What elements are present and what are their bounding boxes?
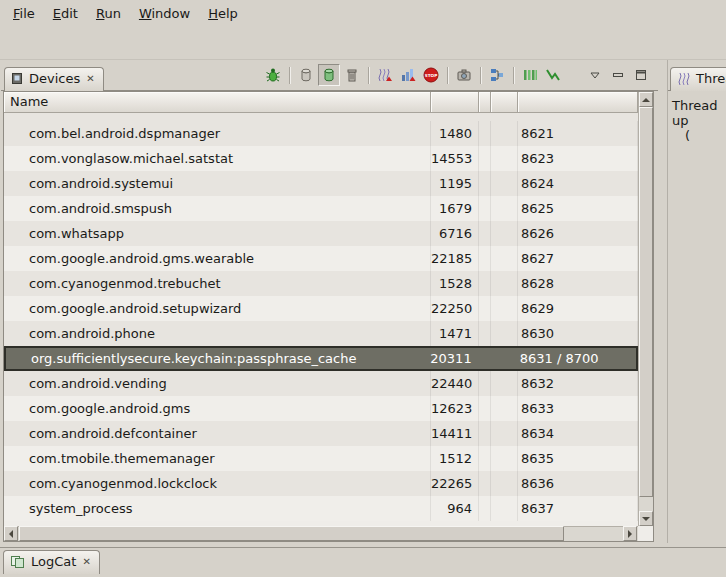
scroll-up-button[interactable] xyxy=(639,92,653,107)
table-row[interactable]: com.bel.android.dspmanager 1480 8621 xyxy=(4,121,638,146)
process-name: com.google.android.gms xyxy=(4,396,431,421)
start-method-profiling-icon[interactable] xyxy=(397,64,419,86)
close-icon[interactable]: ✕ xyxy=(81,557,91,567)
cell-spacer xyxy=(479,221,491,246)
cell-spacer xyxy=(478,348,490,369)
cause-gc-icon[interactable] xyxy=(341,64,363,86)
device-icon xyxy=(11,72,24,86)
threads-message-line2: ( xyxy=(672,128,726,143)
menu-item[interactable]: Edit xyxy=(44,2,87,25)
table-row[interactable]: com.android.phone 1471 8630 xyxy=(4,321,638,346)
process-port: 8634 xyxy=(518,421,638,446)
table-row[interactable]: com.android.smspush 1679 8625 xyxy=(4,196,638,221)
process-port: 8626 xyxy=(518,221,638,246)
process-pid: 14411 xyxy=(431,421,479,446)
systrace-icon[interactable] xyxy=(519,64,541,86)
cell-spacer xyxy=(479,421,491,446)
process-table: Name com.bel.android.dspmanager 1480 862… xyxy=(3,91,654,542)
debug-icon[interactable] xyxy=(262,64,284,86)
process-name: org.sufficientlysecure.keychain:passphra… xyxy=(6,348,430,369)
process-pid: 1471 xyxy=(431,321,479,346)
cell-spacer xyxy=(491,321,518,346)
screen-capture-icon[interactable] xyxy=(453,64,475,86)
menu-item[interactable]: Window xyxy=(130,2,199,25)
update-threads-icon[interactable] xyxy=(374,64,396,86)
tab-logcat[interactable]: LogCat ✕ xyxy=(3,550,100,574)
process-name: system_process xyxy=(4,496,431,521)
column-header-pid[interactable] xyxy=(431,92,479,113)
table-row[interactable]: com.cyanogenmod.lockclock 22265 8636 xyxy=(4,471,638,496)
view-hierarchy-icon[interactable] xyxy=(486,64,508,86)
cell-spacer xyxy=(479,271,491,296)
process-name: com.android.defcontainer xyxy=(4,421,431,446)
process-port: 8637 xyxy=(518,496,638,521)
vertical-scroll-thumb[interactable] xyxy=(639,107,653,497)
threads-tabbar: Threads xyxy=(668,60,726,91)
update-heap-icon[interactable] xyxy=(295,64,317,86)
tab-threads[interactable]: Threads xyxy=(670,67,726,91)
cell-spacer xyxy=(479,446,491,471)
scroll-left-button[interactable] xyxy=(4,526,18,541)
bottom-view-bar: LogCat ✕ xyxy=(0,547,726,577)
maximize-icon[interactable] xyxy=(630,64,652,86)
menu-item[interactable]: File xyxy=(4,2,44,25)
cell-spacer xyxy=(491,246,518,271)
column-header-port[interactable] xyxy=(518,92,638,113)
logcat-tab-label: LogCat xyxy=(31,554,76,569)
cell-spacer xyxy=(491,121,518,146)
scroll-down-button[interactable] xyxy=(639,511,653,526)
view-menu-icon[interactable] xyxy=(584,64,606,86)
table-row[interactable]: com.google.android.gms.wearable 22185 86… xyxy=(4,246,638,271)
cell-spacer xyxy=(491,496,518,521)
opengl-trace-icon[interactable] xyxy=(542,64,564,86)
dump-hprof-icon[interactable] xyxy=(318,64,340,86)
cell-spacer xyxy=(491,146,518,171)
table-row[interactable]: com.google.android.gms 12623 8633 xyxy=(4,396,638,421)
horizontal-scrollbar[interactable] xyxy=(4,526,638,541)
table-row[interactable]: com.android.defcontainer 14411 8634 xyxy=(4,421,638,446)
cell-spacer xyxy=(491,196,518,221)
table-row[interactable]: com.whatsapp 6716 8626 xyxy=(4,221,638,246)
scroll-right-button[interactable] xyxy=(623,526,637,541)
menu-item[interactable]: Run xyxy=(87,2,130,25)
horizontal-scroll-thumb[interactable] xyxy=(19,526,564,541)
table-header: Name xyxy=(4,92,653,113)
column-header-b[interactable] xyxy=(491,92,518,113)
table-row[interactable]: com.android.vending 22440 8632 xyxy=(4,371,638,396)
process-port: 8621 xyxy=(518,121,638,146)
table-row[interactable]: system_process 964 8637 xyxy=(4,496,638,521)
devices-toolbar: STOP xyxy=(262,64,658,86)
devices-tab-label: Devices xyxy=(29,71,80,86)
logcat-icon xyxy=(10,555,26,569)
table-row[interactable]: com.google.android.setupwizard 22250 862… xyxy=(4,296,638,321)
menu-item[interactable]: Help xyxy=(199,2,247,25)
process-pid: 22185 xyxy=(431,246,479,271)
process-name: com.android.smspush xyxy=(4,196,431,221)
toolbar-separator xyxy=(447,67,448,84)
cell-spacer xyxy=(479,496,491,521)
stop-process-icon[interactable]: STOP xyxy=(420,64,442,86)
toolbar-separator xyxy=(513,67,514,84)
process-pid: 1528 xyxy=(431,271,479,296)
process-table-body: com.bel.android.dspmanager 1480 8621 com… xyxy=(4,113,638,526)
table-row[interactable]: com.vonglasow.michael.satstat 14553 8623 xyxy=(4,146,638,171)
vertical-scrollbar[interactable] xyxy=(638,92,653,526)
table-row[interactable]: org.sufficientlysecure.keychain:passphra… xyxy=(4,346,638,371)
process-port: 8628 xyxy=(518,271,638,296)
column-header-a[interactable] xyxy=(479,92,491,113)
tab-devices[interactable]: Devices ✕ xyxy=(4,67,104,91)
process-name: com.bel.android.dspmanager xyxy=(4,121,431,146)
table-row[interactable]: com.cyanogenmod.trebuchet 1528 8628 xyxy=(4,271,638,296)
process-pid: 1195 xyxy=(431,171,479,196)
cell-spacer xyxy=(479,296,491,321)
minimize-icon[interactable] xyxy=(607,64,629,86)
table-row[interactable]: com.tmobile.thememanager 1512 8635 xyxy=(4,446,638,471)
threads-icon xyxy=(677,72,691,86)
close-icon[interactable]: ✕ xyxy=(85,74,95,84)
table-row[interactable]: com.android.systemui 1195 8624 xyxy=(4,171,638,196)
column-header-name[interactable]: Name xyxy=(4,92,431,113)
process-port: 8636 xyxy=(518,471,638,496)
cell-spacer xyxy=(491,221,518,246)
cell-spacer xyxy=(479,371,491,396)
process-port: 8633 xyxy=(518,396,638,421)
